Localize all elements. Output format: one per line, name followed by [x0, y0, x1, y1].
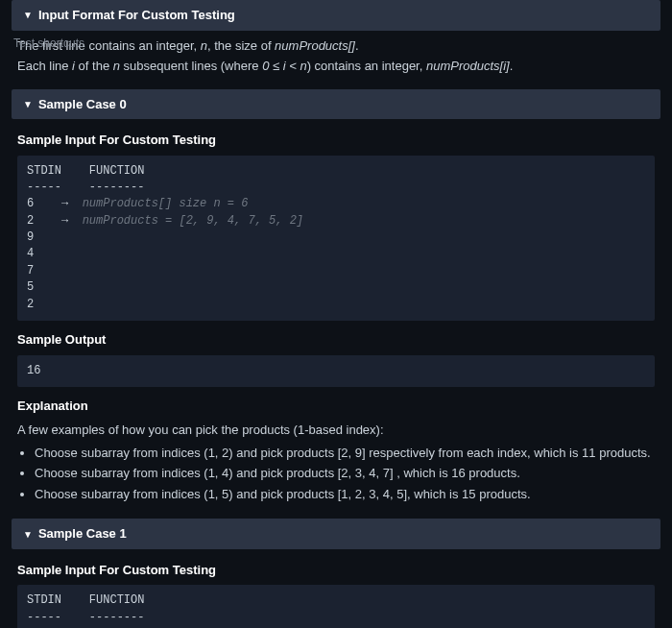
explanation-list-0: Choose subarray from indices (1, 2) and … [35, 444, 655, 504]
explanation-heading-0: Explanation [17, 397, 655, 416]
sample-case-1-body: Sample Input For Custom Testing STDIN FU… [0, 549, 672, 628]
chevron-down-icon: ▼ [23, 8, 33, 22]
sample-input-code-0: STDIN FUNCTION ----- -------- 6 → numPro… [17, 156, 655, 322]
sample-case-0-header[interactable]: ▼ Sample Case 0 [12, 89, 660, 120]
input-format-header[interactable]: ▼ Input Format For Custom Testing [12, 0, 660, 31]
chevron-down-icon: ▼ [23, 527, 33, 542]
sample-case-0-title: Sample Case 0 [38, 95, 127, 114]
sample-case-0-body: Sample Input For Custom Testing STDIN FU… [0, 119, 672, 519]
input-format-title: Input Format For Custom Testing [38, 6, 235, 25]
sample-case-1-title: Sample Case 1 [38, 524, 127, 543]
explanation-intro-0: A few examples of how you can pick the p… [17, 421, 655, 440]
sample-input-code-1: STDIN FUNCTION ----- -------- 4 → numPro… [17, 585, 655, 628]
sample-input-heading-0: Sample Input For Custom Testing [17, 131, 655, 150]
list-item: Choose subarray from indices (1, 4) and … [35, 464, 655, 483]
sample-output-code-0: 16 [17, 355, 655, 387]
sample-input-heading-1: Sample Input For Custom Testing [17, 561, 655, 580]
input-format-line1: The first line contains an integer, n, t… [17, 36, 655, 56]
list-item: Choose subarray from indices (1, 5) and … [35, 485, 655, 504]
sample-case-1-header[interactable]: ▼ Sample Case 1 [12, 519, 660, 549]
chevron-down-icon: ▼ [23, 97, 33, 111]
test-shortcuts-label: Test shortcuts [13, 35, 84, 52]
list-item: Choose subarray from indices (1, 2) and … [35, 444, 655, 463]
input-format-line2: Each line i of the n subsequent lines (w… [17, 57, 655, 76]
sample-output-heading-0: Sample Output [17, 330, 655, 350]
input-format-body: The first line contains an integer, n, t… [0, 31, 672, 85]
